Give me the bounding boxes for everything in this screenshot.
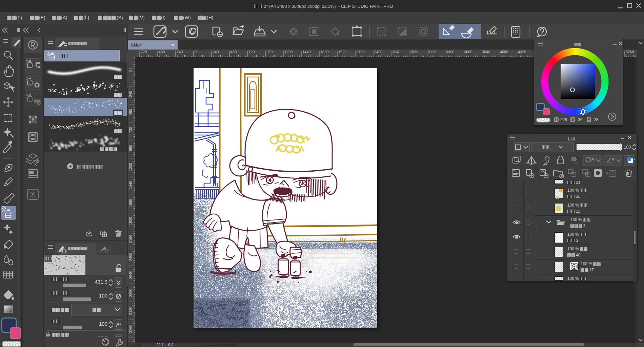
svg-text:3120: 3120 (428, 50, 436, 54)
svg-text:960: 960 (266, 50, 273, 54)
svg-text:720: 720 (128, 127, 133, 133)
svg-text:1200: 1200 (284, 50, 293, 54)
svg-text:720: 720 (141, 50, 147, 54)
svg-text:3360: 3360 (446, 50, 454, 54)
svg-text:240: 240 (128, 91, 133, 97)
svg-text:0: 0 (195, 50, 197, 54)
svg-text:960: 960 (128, 145, 133, 151)
svg-text:3600: 3600 (464, 50, 472, 54)
svg-text:4320: 4320 (518, 50, 526, 54)
svg-text:480: 480 (128, 109, 133, 115)
svg-text:1440: 1440 (302, 50, 310, 54)
svg-text:240: 240 (177, 50, 183, 54)
svg-text:2880: 2880 (410, 50, 418, 54)
svg-text:2880: 2880 (128, 289, 133, 297)
svg-text:2640: 2640 (392, 50, 400, 54)
svg-text:3120: 3120 (128, 307, 133, 315)
svg-text:720: 720 (248, 50, 255, 54)
svg-text:2160: 2160 (356, 50, 364, 54)
svg-text:5760: 5760 (626, 50, 634, 54)
svg-text:3840: 3840 (482, 50, 490, 54)
svg-text:1680: 1680 (128, 199, 133, 207)
svg-text:1920: 1920 (338, 50, 346, 54)
svg-text:2400: 2400 (128, 253, 133, 261)
svg-text:Jan.: Jan. (266, 220, 274, 225)
svg-text:4080: 4080 (500, 50, 508, 54)
svg-text:3360: 3360 (128, 325, 133, 333)
svg-text:2160: 2160 (128, 235, 133, 243)
svg-text:2400: 2400 (374, 50, 382, 54)
svg-text:1440: 1440 (128, 181, 133, 189)
svg-text:1680: 1680 (320, 50, 328, 54)
svg-text:480: 480 (159, 50, 165, 54)
svg-text:1920: 1920 (128, 217, 133, 225)
svg-text:0: 0 (128, 70, 133, 72)
svg-text:2640: 2640 (128, 271, 133, 279)
svg-text:480: 480 (230, 50, 237, 54)
svg-text:240: 240 (213, 50, 219, 54)
svg-text:1200: 1200 (128, 163, 133, 171)
